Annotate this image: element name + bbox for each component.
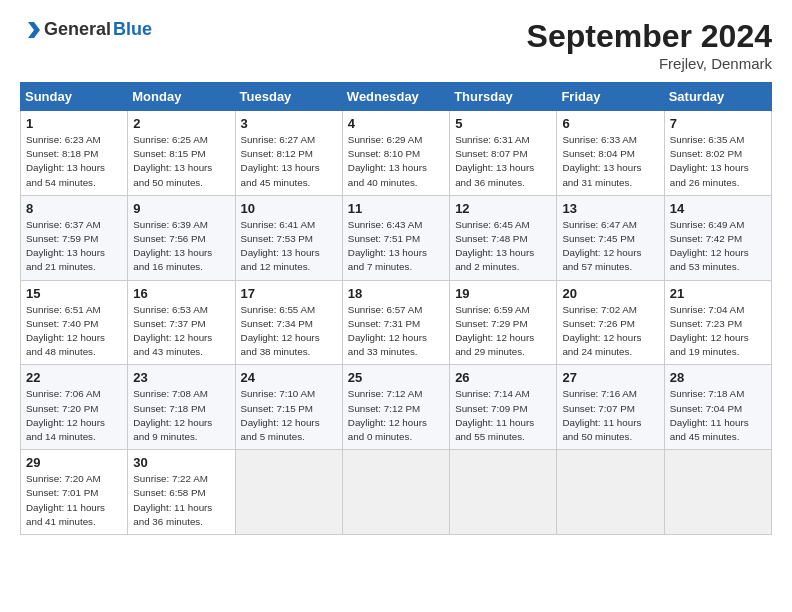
day-number: 25 — [348, 370, 444, 385]
day-cell: 2Sunrise: 6:25 AMSunset: 8:15 PMDaylight… — [128, 111, 235, 196]
day-number: 14 — [670, 201, 766, 216]
day-info: Sunrise: 6:35 AMSunset: 8:02 PMDaylight:… — [670, 133, 766, 190]
day-number: 9 — [133, 201, 229, 216]
day-number: 1 — [26, 116, 122, 131]
calendar-location: Frejlev, Denmark — [527, 55, 772, 72]
day-number: 22 — [26, 370, 122, 385]
day-cell: 21Sunrise: 7:04 AMSunset: 7:23 PMDayligh… — [664, 280, 771, 365]
header: GeneralBlue September 2024 Frejlev, Denm… — [20, 18, 772, 72]
day-info: Sunrise: 6:39 AMSunset: 7:56 PMDaylight:… — [133, 218, 229, 275]
day-cell: 10Sunrise: 6:41 AMSunset: 7:53 PMDayligh… — [235, 195, 342, 280]
day-cell: 25Sunrise: 7:12 AMSunset: 7:12 PMDayligh… — [342, 365, 449, 450]
day-info: Sunrise: 6:51 AMSunset: 7:40 PMDaylight:… — [26, 303, 122, 360]
day-cell — [557, 450, 664, 535]
logo-icon — [20, 18, 42, 40]
logo-general-text: General — [44, 19, 111, 40]
day-info: Sunrise: 7:22 AMSunset: 6:58 PMDaylight:… — [133, 472, 229, 529]
day-cell: 16Sunrise: 6:53 AMSunset: 7:37 PMDayligh… — [128, 280, 235, 365]
day-cell: 30Sunrise: 7:22 AMSunset: 6:58 PMDayligh… — [128, 450, 235, 535]
day-cell — [342, 450, 449, 535]
weekday-tuesday: Tuesday — [235, 83, 342, 111]
day-info: Sunrise: 6:53 AMSunset: 7:37 PMDaylight:… — [133, 303, 229, 360]
week-row-4: 22Sunrise: 7:06 AMSunset: 7:20 PMDayligh… — [21, 365, 772, 450]
day-number: 2 — [133, 116, 229, 131]
day-info: Sunrise: 6:41 AMSunset: 7:53 PMDaylight:… — [241, 218, 337, 275]
day-info: Sunrise: 7:04 AMSunset: 7:23 PMDaylight:… — [670, 303, 766, 360]
day-info: Sunrise: 6:23 AMSunset: 8:18 PMDaylight:… — [26, 133, 122, 190]
day-cell: 18Sunrise: 6:57 AMSunset: 7:31 PMDayligh… — [342, 280, 449, 365]
calendar-table: SundayMondayTuesdayWednesdayThursdayFrid… — [20, 82, 772, 535]
day-info: Sunrise: 7:06 AMSunset: 7:20 PMDaylight:… — [26, 387, 122, 444]
day-number: 8 — [26, 201, 122, 216]
weekday-header-row: SundayMondayTuesdayWednesdayThursdayFrid… — [21, 83, 772, 111]
day-number: 21 — [670, 286, 766, 301]
day-number: 16 — [133, 286, 229, 301]
day-info: Sunrise: 7:20 AMSunset: 7:01 PMDaylight:… — [26, 472, 122, 529]
page: GeneralBlue September 2024 Frejlev, Denm… — [0, 0, 792, 545]
day-cell: 24Sunrise: 7:10 AMSunset: 7:15 PMDayligh… — [235, 365, 342, 450]
day-number: 10 — [241, 201, 337, 216]
day-number: 26 — [455, 370, 551, 385]
day-info: Sunrise: 7:12 AMSunset: 7:12 PMDaylight:… — [348, 387, 444, 444]
day-number: 11 — [348, 201, 444, 216]
day-info: Sunrise: 6:45 AMSunset: 7:48 PMDaylight:… — [455, 218, 551, 275]
week-row-1: 1Sunrise: 6:23 AMSunset: 8:18 PMDaylight… — [21, 111, 772, 196]
day-cell: 29Sunrise: 7:20 AMSunset: 7:01 PMDayligh… — [21, 450, 128, 535]
day-cell: 17Sunrise: 6:55 AMSunset: 7:34 PMDayligh… — [235, 280, 342, 365]
weekday-wednesday: Wednesday — [342, 83, 449, 111]
day-info: Sunrise: 6:55 AMSunset: 7:34 PMDaylight:… — [241, 303, 337, 360]
day-cell — [450, 450, 557, 535]
day-info: Sunrise: 6:27 AMSunset: 8:12 PMDaylight:… — [241, 133, 337, 190]
day-info: Sunrise: 6:25 AMSunset: 8:15 PMDaylight:… — [133, 133, 229, 190]
day-number: 7 — [670, 116, 766, 131]
day-number: 23 — [133, 370, 229, 385]
day-cell — [235, 450, 342, 535]
week-row-3: 15Sunrise: 6:51 AMSunset: 7:40 PMDayligh… — [21, 280, 772, 365]
day-cell: 14Sunrise: 6:49 AMSunset: 7:42 PMDayligh… — [664, 195, 771, 280]
day-cell: 13Sunrise: 6:47 AMSunset: 7:45 PMDayligh… — [557, 195, 664, 280]
day-number: 6 — [562, 116, 658, 131]
day-cell: 11Sunrise: 6:43 AMSunset: 7:51 PMDayligh… — [342, 195, 449, 280]
weekday-thursday: Thursday — [450, 83, 557, 111]
day-number: 4 — [348, 116, 444, 131]
week-row-2: 8Sunrise: 6:37 AMSunset: 7:59 PMDaylight… — [21, 195, 772, 280]
day-number: 17 — [241, 286, 337, 301]
day-number: 30 — [133, 455, 229, 470]
logo-blue-text: Blue — [113, 19, 152, 40]
calendar-title: September 2024 — [527, 18, 772, 55]
day-info: Sunrise: 7:18 AMSunset: 7:04 PMDaylight:… — [670, 387, 766, 444]
day-info: Sunrise: 6:29 AMSunset: 8:10 PMDaylight:… — [348, 133, 444, 190]
day-cell: 26Sunrise: 7:14 AMSunset: 7:09 PMDayligh… — [450, 365, 557, 450]
day-info: Sunrise: 7:10 AMSunset: 7:15 PMDaylight:… — [241, 387, 337, 444]
title-block: September 2024 Frejlev, Denmark — [527, 18, 772, 72]
day-cell — [664, 450, 771, 535]
day-cell: 22Sunrise: 7:06 AMSunset: 7:20 PMDayligh… — [21, 365, 128, 450]
day-info: Sunrise: 6:57 AMSunset: 7:31 PMDaylight:… — [348, 303, 444, 360]
weekday-sunday: Sunday — [21, 83, 128, 111]
calendar-body: 1Sunrise: 6:23 AMSunset: 8:18 PMDaylight… — [21, 111, 772, 535]
logo: GeneralBlue — [20, 18, 152, 40]
day-info: Sunrise: 6:47 AMSunset: 7:45 PMDaylight:… — [562, 218, 658, 275]
day-cell: 6Sunrise: 6:33 AMSunset: 8:04 PMDaylight… — [557, 111, 664, 196]
day-cell: 9Sunrise: 6:39 AMSunset: 7:56 PMDaylight… — [128, 195, 235, 280]
day-cell: 5Sunrise: 6:31 AMSunset: 8:07 PMDaylight… — [450, 111, 557, 196]
day-number: 24 — [241, 370, 337, 385]
day-cell: 28Sunrise: 7:18 AMSunset: 7:04 PMDayligh… — [664, 365, 771, 450]
day-cell: 19Sunrise: 6:59 AMSunset: 7:29 PMDayligh… — [450, 280, 557, 365]
day-number: 20 — [562, 286, 658, 301]
day-number: 19 — [455, 286, 551, 301]
day-info: Sunrise: 6:31 AMSunset: 8:07 PMDaylight:… — [455, 133, 551, 190]
day-number: 29 — [26, 455, 122, 470]
day-number: 12 — [455, 201, 551, 216]
day-info: Sunrise: 6:37 AMSunset: 7:59 PMDaylight:… — [26, 218, 122, 275]
day-cell: 12Sunrise: 6:45 AMSunset: 7:48 PMDayligh… — [450, 195, 557, 280]
day-cell: 20Sunrise: 7:02 AMSunset: 7:26 PMDayligh… — [557, 280, 664, 365]
day-number: 28 — [670, 370, 766, 385]
week-row-5: 29Sunrise: 7:20 AMSunset: 7:01 PMDayligh… — [21, 450, 772, 535]
day-number: 5 — [455, 116, 551, 131]
day-cell: 3Sunrise: 6:27 AMSunset: 8:12 PMDaylight… — [235, 111, 342, 196]
day-cell: 27Sunrise: 7:16 AMSunset: 7:07 PMDayligh… — [557, 365, 664, 450]
day-number: 15 — [26, 286, 122, 301]
weekday-friday: Friday — [557, 83, 664, 111]
day-info: Sunrise: 6:59 AMSunset: 7:29 PMDaylight:… — [455, 303, 551, 360]
